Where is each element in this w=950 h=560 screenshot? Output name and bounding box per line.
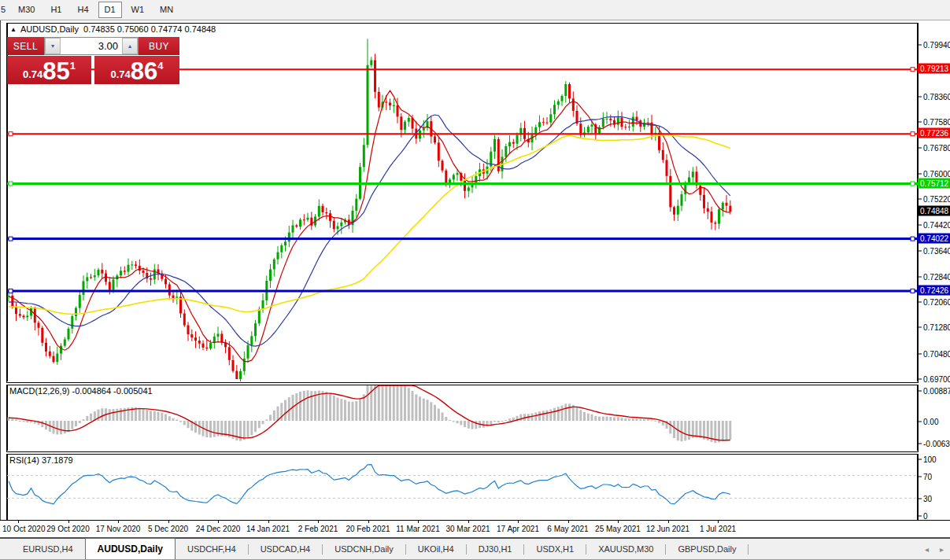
buy-button[interactable]: BUY bbox=[139, 37, 179, 55]
timeframe-button-D1[interactable]: D1 bbox=[98, 2, 122, 18]
date-axis[interactable]: 10 Oct 202029 Oct 202017 Nov 20205 Dec 2… bbox=[0, 520, 950, 537]
tab-scroll-right-icon[interactable]: ▸ bbox=[940, 545, 944, 554]
date-label: 29 Oct 2020 bbox=[46, 525, 89, 533]
price-tick: 0.78360 bbox=[919, 92, 950, 101]
tab-DJ30-H1[interactable]: DJ30,H1 bbox=[467, 539, 524, 559]
chart-symbol-label: AUDUSD,Daily bbox=[20, 24, 79, 34]
tab-UKOil-H4[interactable]: UKOil,H4 bbox=[406, 539, 466, 559]
tab-scroll-left-icon[interactable]: ◂ bbox=[925, 545, 929, 554]
date-label: 12 Jun 2021 bbox=[646, 525, 689, 533]
line-handle[interactable] bbox=[911, 182, 915, 186]
date-tick bbox=[468, 521, 469, 523]
date-label: 30 Mar 2021 bbox=[445, 525, 490, 533]
chevron-up-icon: ▴ bbox=[128, 42, 131, 50]
tab-USDX-H1[interactable]: USDX,H1 bbox=[524, 539, 586, 559]
panel-splitter-rsi[interactable] bbox=[6, 451, 950, 455]
price-tick: 0.69700 bbox=[919, 375, 950, 384]
line-price-label: 0.74022 bbox=[918, 233, 950, 243]
date-tick bbox=[218, 521, 219, 523]
timeframe-button-H1[interactable]: H1 bbox=[44, 2, 68, 18]
chevron-down-icon: ▾ bbox=[51, 42, 54, 50]
panel-splitter-macd[interactable] bbox=[6, 382, 950, 385]
tab-USDCNH-Daily[interactable]: USDCNH,Daily bbox=[323, 539, 405, 559]
price-tick: 0.72840 bbox=[919, 272, 950, 281]
chart-tab-bar: EURUSD,H4AUDUSD,DailyUSDCHF,H4USDCAD,H4U… bbox=[0, 537, 950, 560]
tab-separator bbox=[748, 544, 749, 554]
volume-increase-button[interactable]: ▴ bbox=[122, 38, 138, 54]
tab-scroll-arrows: ◂▸ bbox=[914, 539, 950, 559]
line-handle[interactable] bbox=[9, 132, 13, 136]
sell-button[interactable]: SELL bbox=[7, 37, 44, 55]
trading-app-window: 5M30H1H4D1W1MN ▲AUDUSD,Daily 0.74835 0.7… bbox=[0, 0, 950, 560]
price-tick: 0.79940 bbox=[919, 41, 950, 50]
date-label: 1 Jul 2021 bbox=[700, 525, 736, 533]
line-price-label: 0.75712 bbox=[918, 178, 950, 188]
candles bbox=[8, 39, 732, 381]
date-label: 6 May 2021 bbox=[547, 525, 588, 533]
macd-axis-label: 0.008871 bbox=[919, 387, 950, 396]
date-label: 2 Feb 2021 bbox=[298, 525, 338, 533]
rsi-indicator-label: RSI(14) 37.1879 bbox=[9, 455, 73, 465]
price-axis[interactable]: 0.799400.783600.775800.767800.760000.752… bbox=[919, 23, 950, 520]
buy-price-quote[interactable]: 0.74864 bbox=[94, 56, 179, 84]
buy-price-big: 86 bbox=[131, 60, 157, 83]
timeframe-button-5[interactable]: 5 bbox=[0, 2, 9, 18]
tab-EURUSD-H4[interactable]: EURUSD,H4 bbox=[11, 539, 85, 559]
timeframe-toolbar: 5M30H1H4D1W1MN bbox=[0, 0, 950, 20]
rsi-axis-label: 0 bbox=[919, 512, 928, 521]
line-handle[interactable] bbox=[9, 237, 13, 241]
rsi-panel[interactable] bbox=[7, 454, 918, 520]
line-price-label: 0.79213 bbox=[918, 64, 950, 74]
rsi-axis-label: 30 bbox=[919, 495, 932, 503]
date-tick bbox=[68, 521, 69, 523]
tab-XAUUSD-M30[interactable]: XAUUSD,M30 bbox=[586, 539, 665, 559]
tab-USDCHF-H4[interactable]: USDCHF,H4 bbox=[176, 539, 248, 559]
tab-AUDUSD-Daily[interactable]: AUDUSD,Daily bbox=[85, 538, 176, 559]
one-click-trade-panel: SELL ▾ ▴ BUY 0.74851 0.74864 bbox=[7, 37, 179, 84]
date-tick bbox=[18, 521, 19, 523]
volume-decrease-button[interactable]: ▾ bbox=[45, 38, 61, 54]
tab-USDCAD-H4[interactable]: USDCAD,H4 bbox=[249, 539, 323, 559]
price-tick: 0.74420 bbox=[919, 221, 950, 230]
sell-price-base: 0.74 bbox=[23, 68, 43, 80]
chart-area bbox=[6, 23, 919, 520]
line-price-label: 0.77236 bbox=[918, 128, 950, 138]
line-handle[interactable] bbox=[911, 289, 915, 293]
price-tick: 0.71280 bbox=[919, 323, 950, 332]
line-handle[interactable] bbox=[9, 182, 13, 186]
buy-price-base: 0.74 bbox=[110, 68, 130, 80]
date-tick bbox=[668, 521, 669, 523]
date-tick bbox=[318, 521, 319, 523]
date-label: 24 Dec 2020 bbox=[196, 525, 241, 533]
macd-axis-label: 0.00 bbox=[919, 418, 938, 426]
date-tick bbox=[718, 521, 719, 523]
line-handle[interactable] bbox=[911, 132, 915, 136]
date-tick bbox=[568, 521, 569, 523]
date-label: 20 Feb 2021 bbox=[346, 525, 390, 533]
price-tick: 0.73640 bbox=[919, 246, 950, 255]
one-click-collapse-icon[interactable]: ▲ bbox=[10, 26, 17, 33]
moving-average-20 bbox=[9, 115, 730, 346]
line-handle[interactable] bbox=[911, 68, 915, 72]
date-tick bbox=[368, 521, 369, 523]
line-price-label: 0.72426 bbox=[918, 285, 950, 295]
rsi-axis-label: 70 bbox=[919, 472, 932, 481]
price-tick: 0.77580 bbox=[919, 117, 950, 126]
line-handle[interactable] bbox=[9, 289, 13, 293]
moving-average-7 bbox=[9, 90, 730, 362]
sell-price-quote[interactable]: 0.74851 bbox=[7, 56, 91, 84]
tab-GBPUSD-Daily[interactable]: GBPUSD,Daily bbox=[666, 539, 748, 559]
macd-axis-label: -0.00632 bbox=[919, 439, 950, 448]
chart-ohlc-values: 0.74835 0.75060 0.74774 0.74848 bbox=[83, 24, 216, 34]
date-label: 17 Apr 2021 bbox=[497, 525, 539, 533]
macd-indicator-label: MACD(12,26,9) -0.004864 -0.005041 bbox=[9, 386, 153, 396]
price-tick: 0.75220 bbox=[919, 194, 950, 203]
current-price-label: 0.74848 bbox=[918, 206, 950, 216]
volume-input[interactable] bbox=[61, 38, 122, 54]
timeframe-button-M30[interactable]: M30 bbox=[12, 2, 41, 18]
timeframe-button-MN[interactable]: MN bbox=[153, 2, 179, 18]
sell-price-pip: 1 bbox=[70, 60, 76, 72]
timeframe-button-W1[interactable]: W1 bbox=[125, 2, 151, 18]
timeframe-button-H4[interactable]: H4 bbox=[71, 2, 94, 18]
line-handle[interactable] bbox=[911, 237, 915, 241]
